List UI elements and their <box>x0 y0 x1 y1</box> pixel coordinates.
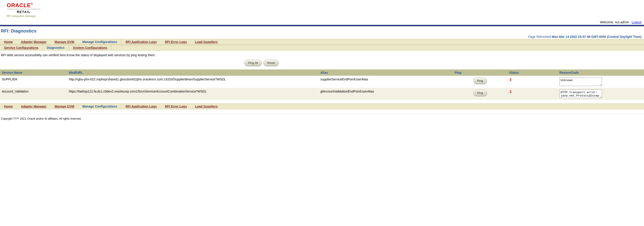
app-subtitle: RFI Integration Manager <box>7 14 637 18</box>
reason-code-box[interactable]: HTTP transport error: java.net.ProtocolE… <box>559 90 602 98</box>
actions-area: Ping All Reset <box>0 60 644 69</box>
refresh-timestamp: Mon Mar 14 2022 15:57:48 GMT-0500 (Centr… <box>552 35 642 38</box>
main-nav: Home Adapter Manager Manage DVM Manage C… <box>0 39 644 45</box>
user-bar: Welcome, rics.admin Logout <box>0 19 644 25</box>
subnav-system-configurations[interactable]: System Configurations <box>69 45 112 50</box>
oracle-logo: ORACLE® <box>7 2 637 8</box>
cell-service-name: SUPPLIER <box>0 76 67 88</box>
refresh-label: Page Refreshed <box>528 35 551 38</box>
ping-all-button[interactable]: Ping All <box>244 60 262 66</box>
footer-nav: Home Adapter Manager Manage DVM Manage C… <box>0 104 644 109</box>
nav-rfi-application-logs[interactable]: RFI Application Logs <box>122 104 161 109</box>
header-ping: Ping <box>453 69 508 76</box>
nav-load-suppliers[interactable]: Load Suppliers <box>191 104 222 109</box>
header-alias: Alias <box>319 69 453 76</box>
cell-ping: Ping <box>453 76 508 88</box>
header-gradient-bar <box>0 25 644 27</box>
footer-separator <box>0 114 644 114</box>
logo-area: ORACLE® RETAIL RFI Integration Manager <box>0 0 644 19</box>
copyright-text: Copyright ???? 2021, Oracle and/or its a… <box>0 116 644 121</box>
table-header-row: Service Name WsdlURL Alias Ping Status R… <box>0 69 644 76</box>
nav-rfi-application-logs[interactable]: RFI Application Logs <box>122 39 161 45</box>
status-down-icon: ⇩ <box>509 90 512 94</box>
cell-reason: Unknown <box>558 76 644 88</box>
status-down-icon: ⇩ <box>509 78 512 82</box>
nav-manage-dvm[interactable]: Manage DVM <box>50 104 78 109</box>
nav-load-suppliers[interactable]: Load Suppliers <box>191 39 222 45</box>
nav-rfi-error-logs[interactable]: RFI Error Logs <box>161 104 191 109</box>
cell-status: ⇩ <box>507 88 558 100</box>
page-refresh-bar: Page Refreshed Mon Mar 14 2022 15:57:48 … <box>0 34 644 39</box>
nav-adapter-manager[interactable]: Adapter Manager <box>17 104 50 109</box>
reset-button[interactable]: Reset <box>264 60 279 66</box>
reason-code-box[interactable]: Unknown <box>559 78 602 86</box>
ping-button[interactable]: Ping <box>473 90 487 96</box>
description-text: RFI Web service accessibility can verifi… <box>0 51 644 60</box>
cell-wsdl-url: https://faehyp122.fa.dc1.c9dev2.oracleco… <box>67 88 319 100</box>
header-wsdl-url: WsdlURL <box>67 69 319 76</box>
header-service-name: Service Name <box>0 69 67 76</box>
nav-home[interactable]: Home <box>0 104 17 109</box>
nav-home[interactable]: Home <box>0 39 17 45</box>
cell-wsdl-url: http://rgbu-phx-622.snphxprshared1.gbucd… <box>67 76 319 88</box>
cell-alias: glAccountValidationEndPointUserAlias <box>319 88 453 100</box>
logout-link[interactable]: Logout <box>632 20 641 24</box>
nav-manage-configurations[interactable]: Manage Configurations <box>78 104 121 109</box>
cell-service-name: Account_Validation <box>0 88 67 100</box>
header-reason: ReasonCode <box>558 69 644 76</box>
nav-manage-dvm[interactable]: Manage DVM <box>50 39 78 45</box>
retail-text: RETAIL <box>17 10 637 14</box>
table-row: Account_Validation https://faehyp122.fa.… <box>0 88 644 100</box>
header-status: Status <box>507 69 558 76</box>
table-row: SUPPLIER http://rgbu-phx-622.snphxprshar… <box>0 76 644 88</box>
services-table: Service Name WsdlURL Alias Ping Status R… <box>0 69 644 100</box>
cell-reason: HTTP transport error: java.net.ProtocolE… <box>558 88 644 100</box>
nav-adapter-manager[interactable]: Adapter Manager <box>17 39 50 45</box>
ping-button[interactable]: Ping <box>473 78 487 84</box>
nav-rfi-error-logs[interactable]: RFI Error Logs <box>161 39 191 45</box>
sub-nav: Service Configurations Diagnostics Syste… <box>0 45 644 51</box>
welcome-text: Welcome, rics.admin <box>600 20 629 24</box>
logo-divider <box>7 9 40 9</box>
registered-mark: ® <box>31 2 33 5</box>
cell-alias: supplierServiceEndPointUserAlias <box>319 76 453 88</box>
cell-status: ⇩ <box>507 76 558 88</box>
page-title: RFI: Diagnostics <box>0 27 644 34</box>
nav-manage-configurations[interactable]: Manage Configurations <box>78 39 121 45</box>
subnav-diagnostics[interactable]: Diagnostics <box>43 45 68 50</box>
oracle-text: ORACLE <box>7 2 31 8</box>
subnav-service-configurations[interactable]: Service Configurations <box>0 45 42 50</box>
cell-ping: Ping <box>453 88 508 100</box>
